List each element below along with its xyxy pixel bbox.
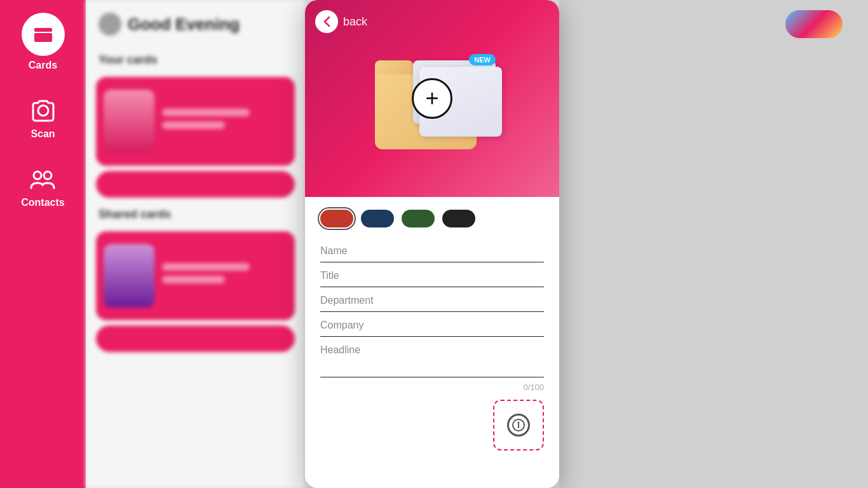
color-swatch-navy[interactable] bbox=[361, 210, 394, 227]
department-field-container bbox=[320, 290, 544, 312]
modal-header: back + NEW bbox=[305, 0, 559, 197]
sidebar-item-contacts[interactable]: Contacts bbox=[21, 165, 64, 208]
color-swatches-row bbox=[320, 210, 544, 227]
back-arrow-circle bbox=[315, 10, 338, 33]
bg-card-2 bbox=[96, 231, 295, 320]
new-badge: NEW bbox=[469, 54, 496, 65]
title-field-container bbox=[320, 265, 544, 287]
svg-point-4 bbox=[44, 172, 51, 179]
char-count: 0/100 bbox=[320, 383, 544, 392]
camera-icon bbox=[29, 97, 57, 125]
headline-field-container bbox=[320, 339, 544, 380]
top-right-profile-button[interactable] bbox=[785, 10, 843, 38]
department-input[interactable] bbox=[320, 290, 544, 312]
color-swatch-black[interactable] bbox=[442, 210, 475, 227]
name-input[interactable] bbox=[320, 240, 544, 262]
contacts-icon bbox=[29, 165, 57, 193]
sidebar-cards-label: Cards bbox=[29, 60, 57, 71]
svg-point-3 bbox=[34, 172, 41, 179]
headline-textarea[interactable] bbox=[320, 339, 544, 377]
svg-point-2 bbox=[38, 105, 48, 116]
your-cards-title: Your cards bbox=[86, 48, 305, 72]
company-field-container bbox=[320, 315, 544, 337]
modal-body: 0/100 bbox=[305, 197, 559, 488]
right-gray-area bbox=[559, 0, 868, 488]
cards-icon bbox=[32, 23, 55, 46]
company-input[interactable] bbox=[320, 315, 544, 337]
bg-create-btn bbox=[96, 171, 295, 198]
title-input[interactable] bbox=[320, 265, 544, 287]
bg-avatar-2 bbox=[104, 244, 154, 308]
info-icon bbox=[512, 419, 525, 431]
sidebar-item-scan[interactable]: Scan bbox=[29, 97, 57, 140]
globe-icon bbox=[98, 13, 121, 36]
color-swatch-green[interactable] bbox=[402, 210, 435, 227]
back-arrow-icon bbox=[320, 15, 333, 28]
folder-illustration: + NEW bbox=[362, 35, 502, 162]
sidebar-item-cards[interactable]: Cards bbox=[22, 13, 65, 71]
greeting-area: Good Evening bbox=[86, 0, 305, 48]
bg-card-info-2 bbox=[154, 263, 287, 288]
sidebar: Cards Scan Contacts bbox=[0, 0, 86, 488]
greeting-text: Good Evening bbox=[128, 15, 240, 34]
create-card-modal: back + NEW bbox=[305, 0, 559, 488]
bg-share-btn bbox=[96, 325, 295, 352]
bg-card-info-1 bbox=[154, 109, 287, 134]
upload-icon bbox=[507, 414, 530, 437]
svg-rect-1 bbox=[34, 33, 52, 42]
bg-avatar-1 bbox=[104, 90, 154, 153]
back-button[interactable]: back bbox=[315, 10, 367, 33]
svg-rect-0 bbox=[34, 28, 52, 32]
back-label: back bbox=[343, 15, 367, 29]
shared-cards-title: Shared cards bbox=[86, 203, 305, 226]
color-swatch-red[interactable] bbox=[320, 210, 353, 227]
sidebar-scan-label: Scan bbox=[31, 128, 55, 140]
upload-area[interactable] bbox=[493, 400, 544, 451]
sidebar-contacts-label: Contacts bbox=[21, 197, 64, 208]
background-content: Good Evening Your cards Shared cards bbox=[86, 0, 305, 488]
name-field-container bbox=[320, 240, 544, 262]
bg-card-1 bbox=[96, 77, 295, 166]
add-circle-icon[interactable]: + bbox=[412, 78, 452, 119]
cards-icon-circle bbox=[22, 13, 65, 56]
